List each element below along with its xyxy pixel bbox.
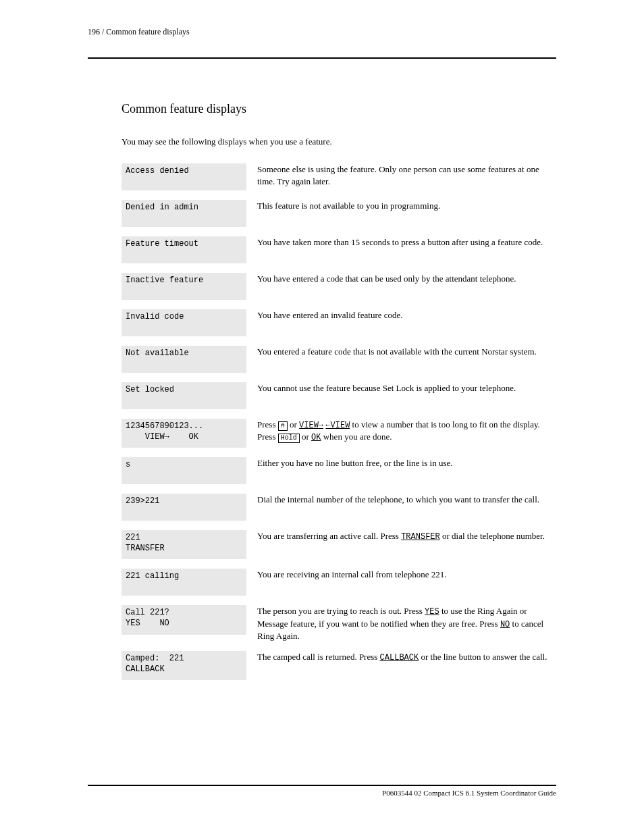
display-panel: Access denied [122, 163, 246, 190]
display-panel: Call 221?YES NO [122, 605, 246, 634]
panel-line-1: Not available [126, 348, 242, 359]
display-panel: 221TRANSFER [122, 530, 246, 559]
page-header-left: 196 / Common feature displays [88, 27, 190, 37]
display-description: You are transferring an active call. Pre… [257, 530, 556, 542]
display-entry: sEither you have no line button free, or… [122, 457, 556, 484]
panel-line-2: YES NO [126, 619, 242, 629]
display-panel: s [122, 457, 246, 484]
panel-line-1: Inactive feature [126, 276, 242, 286]
display-entry: 239>221Dial the internal number of the t… [122, 494, 556, 521]
panel-line-1: Feature timeout [126, 239, 242, 250]
display-entry: 1234567890123... VIEW→ OKPress # or VIEW… [122, 419, 556, 448]
display-entry: Invalid codeYou have entered an invalid … [122, 309, 556, 336]
display-panel: Invalid code [122, 309, 246, 336]
display-panel: 1234567890123... VIEW→ OK [122, 419, 246, 448]
display-panel: 221 calling [122, 569, 246, 596]
display-panel: Camped: 221CALLBACK [122, 651, 246, 680]
panel-line-1: 221 calling [126, 571, 242, 582]
display-description: Press # or VIEW→ ←VIEW to view a number … [257, 419, 556, 443]
panel-line-2: VIEW→ OK [126, 432, 242, 443]
footer-text: P0603544 02 Compact ICS 6.1 System Coord… [88, 789, 556, 797]
display-entry: Call 221?YES NOThe person you are trying… [122, 605, 556, 642]
panel-line-1: 221 [126, 533, 242, 544]
display-description: This feature is not available to you in … [257, 200, 556, 212]
entries-list: Access deniedSomeone else is using the f… [122, 163, 556, 680]
display-description: You are receiving an internal call from … [257, 569, 556, 581]
display-description: The camped call is returned. Press CALLB… [257, 651, 556, 663]
intro-text: You may see the following displays when … [122, 136, 556, 147]
display-description: You cannot use the feature because Set L… [257, 382, 556, 394]
display-description: You entered a feature code that is not a… [257, 346, 556, 358]
display-description: You have entered an invalid feature code… [257, 309, 556, 321]
display-entry: Not availableYou entered a feature code … [122, 346, 556, 373]
display-entry: Denied in adminThis feature is not avail… [122, 200, 556, 227]
header-rule [88, 57, 556, 59]
panel-line-1: Access denied [126, 166, 242, 177]
display-description: You have entered a code that can be used… [257, 273, 556, 285]
panel-line-2: TRANSFER [126, 544, 242, 554]
section-title: Common feature displays [122, 102, 556, 116]
panel-line-1: s [126, 460, 242, 471]
display-description: The person you are trying to reach is ou… [257, 605, 556, 642]
panel-line-1: Invalid code [126, 312, 242, 323]
display-entry: Camped: 221CALLBACKThe camped call is re… [122, 651, 556, 680]
display-panel: 239>221 [122, 494, 246, 521]
display-entry: 221TRANSFERYou are transferring an activ… [122, 530, 556, 559]
display-panel: Feature timeout [122, 236, 246, 263]
panel-line-1: Denied in admin [126, 203, 242, 213]
display-entry: Inactive featureYou have entered a code … [122, 273, 556, 300]
display-panel: Inactive feature [122, 273, 246, 300]
panel-line-1: 1234567890123... [126, 421, 242, 432]
display-panel: Not available [122, 346, 246, 373]
panel-line-1: Set locked [126, 385, 242, 396]
display-panel: Set locked [122, 382, 246, 409]
display-description: Dial the internal number of the telephon… [257, 494, 556, 506]
display-description: You have taken more than 15 seconds to p… [257, 236, 556, 249]
display-description: Someone else is using the feature. Only … [257, 163, 556, 187]
display-entry: 221 callingYou are receiving an internal… [122, 569, 556, 596]
display-entry: Set lockedYou cannot use the feature bec… [122, 382, 556, 409]
panel-line-1: 239>221 [126, 496, 242, 507]
footer-rule [88, 785, 556, 786]
display-description: Either you have no line button free, or … [257, 457, 556, 469]
panel-line-1: Call 221? [126, 608, 242, 619]
display-entry: Access deniedSomeone else is using the f… [122, 163, 556, 190]
display-entry: Feature timeoutYou have taken more than … [122, 236, 556, 263]
display-panel: Denied in admin [122, 200, 246, 227]
panel-line-2: CALLBACK [126, 664, 242, 675]
panel-line-1: Camped: 221 [126, 654, 242, 664]
